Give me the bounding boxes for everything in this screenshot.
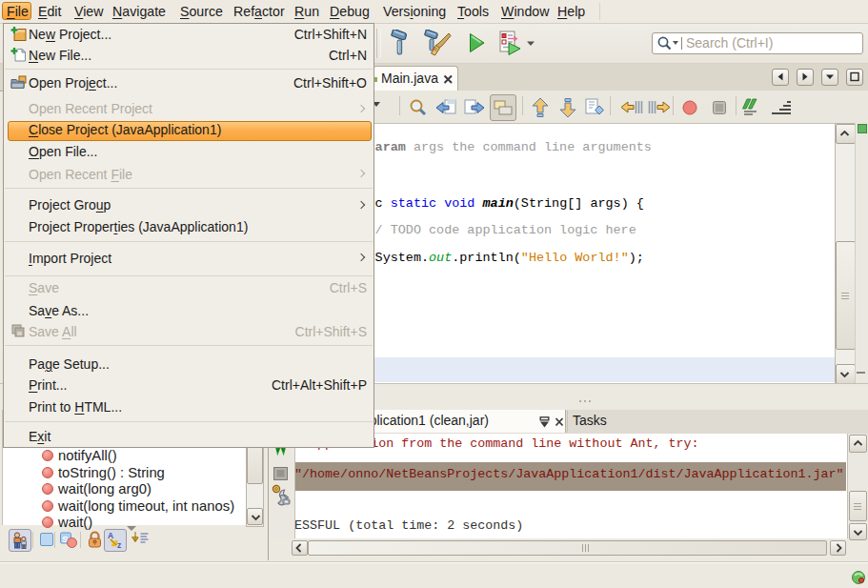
svg-text:z: z [117, 540, 121, 549]
svg-text:A: A [108, 531, 113, 540]
